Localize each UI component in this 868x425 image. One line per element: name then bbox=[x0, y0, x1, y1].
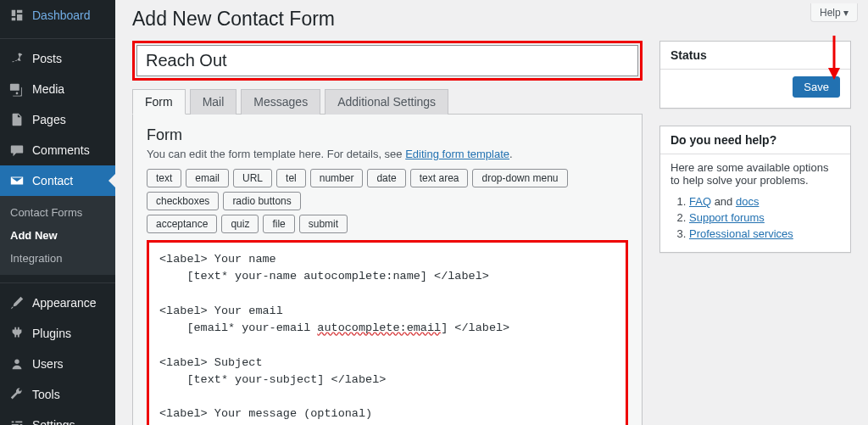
submenu-add-new[interactable]: Add New bbox=[0, 224, 115, 247]
envelope-icon bbox=[8, 172, 25, 189]
comment-icon bbox=[8, 142, 25, 159]
form-title-input[interactable] bbox=[136, 45, 638, 76]
menu-label: Appearance bbox=[32, 296, 97, 310]
menu-label: Comments bbox=[32, 143, 90, 157]
menu-media[interactable]: Media bbox=[0, 74, 115, 104]
menu-dashboard[interactable]: Dashboard bbox=[0, 0, 115, 31]
menu-label: Users bbox=[32, 357, 64, 371]
sliders-icon bbox=[8, 417, 25, 425]
support-forums-link[interactable]: Support forums bbox=[689, 211, 765, 224]
admin-sidebar: Dashboard Posts Media Pages Comments Con… bbox=[0, 0, 115, 425]
list-item: FAQ and docs bbox=[689, 193, 840, 210]
professional-services-link[interactable]: Professional services bbox=[689, 227, 793, 240]
submenu-integration[interactable]: Integration bbox=[0, 247, 115, 270]
faq-link[interactable]: FAQ bbox=[689, 195, 711, 208]
tab-additional-settings[interactable]: Additional Settings bbox=[325, 89, 448, 115]
help-tab: Help ▾ bbox=[810, 3, 858, 22]
title-input-highlight bbox=[132, 41, 643, 81]
tag-generator-button[interactable]: URL bbox=[233, 169, 272, 187]
menu-posts[interactable]: Posts bbox=[0, 43, 115, 74]
menu-plugins[interactable]: Plugins bbox=[0, 318, 115, 349]
tag-generator-button[interactable]: radio buttons bbox=[223, 192, 300, 210]
help-box-desc: Here are some available options to help … bbox=[670, 161, 840, 187]
list-item: Support forums bbox=[689, 210, 840, 226]
page-title: Add New Contact Form bbox=[132, 0, 851, 34]
plugin-icon bbox=[8, 325, 25, 342]
tab-messages[interactable]: Messages bbox=[241, 89, 320, 115]
help-box: Do you need help? Here are some availabl… bbox=[659, 126, 851, 253]
form-tab-panel: Form You can edit the form template here… bbox=[132, 115, 643, 425]
page-icon bbox=[8, 111, 25, 128]
text: and bbox=[711, 195, 736, 208]
user-icon bbox=[8, 355, 25, 372]
status-box: Status Save bbox=[659, 41, 851, 109]
desc-text: You can edit the form template here. For… bbox=[147, 148, 405, 160]
menu-label: Posts bbox=[32, 52, 62, 65]
menu-pages[interactable]: Pages bbox=[0, 104, 115, 135]
tag-generator-button[interactable]: number bbox=[310, 169, 364, 187]
help-button[interactable]: Help ▾ bbox=[810, 3, 858, 22]
form-panel-description: You can edit the form template here. For… bbox=[147, 148, 628, 160]
contact-submenu: Contact Forms Add New Integration bbox=[0, 196, 115, 275]
menu-separator bbox=[0, 35, 115, 39]
tag-generator-button[interactable]: checkboxes bbox=[147, 192, 219, 210]
tag-generator-button[interactable]: tel bbox=[276, 169, 306, 187]
form-template-editor[interactable]: <label> Your name [text* your-name autoc… bbox=[147, 240, 628, 425]
main-content: Help ▾ Add New Contact Form Form Mail Me… bbox=[115, 0, 868, 425]
menu-label: Tools bbox=[32, 388, 60, 401]
menu-label: Dashboard bbox=[32, 8, 91, 22]
dashboard-icon bbox=[8, 7, 25, 24]
tag-generator-row: textemailURLtelnumberdatetext areadrop-d… bbox=[147, 169, 628, 210]
menu-label: Plugins bbox=[32, 327, 71, 340]
menu-label: Pages bbox=[32, 113, 66, 126]
help-options-list: FAQ and docs Support forums Professional… bbox=[670, 193, 840, 242]
tab-mail[interactable]: Mail bbox=[190, 89, 237, 115]
tag-generator-button[interactable]: text area bbox=[410, 169, 469, 187]
tag-generator-row: acceptancequizfilesubmit bbox=[147, 215, 628, 233]
submenu-contact-forms[interactable]: Contact Forms bbox=[0, 201, 115, 224]
menu-appearance[interactable]: Appearance bbox=[0, 288, 115, 318]
tag-generator-button[interactable]: text bbox=[147, 169, 181, 187]
tag-generator-button[interactable]: drop-down menu bbox=[472, 169, 567, 187]
menu-contact[interactable]: Contact bbox=[0, 165, 115, 196]
tag-generator-button[interactable]: quiz bbox=[221, 215, 259, 233]
tab-form[interactable]: Form bbox=[132, 89, 186, 115]
help-box-title: Do you need help? bbox=[660, 126, 850, 154]
tab-nav: Form Mail Messages Additional Settings bbox=[132, 89, 643, 115]
menu-label: Media bbox=[32, 82, 64, 96]
wrench-icon bbox=[8, 386, 25, 403]
list-item: Professional services bbox=[689, 226, 840, 242]
menu-comments[interactable]: Comments bbox=[0, 135, 115, 165]
tag-generator-button[interactable]: submit bbox=[299, 215, 348, 233]
menu-tools[interactable]: Tools bbox=[0, 379, 115, 410]
status-box-title: Status bbox=[660, 42, 850, 69]
menu-users[interactable]: Users bbox=[0, 349, 115, 379]
svg-point-0 bbox=[14, 360, 19, 364]
media-icon bbox=[8, 81, 25, 98]
menu-label: Contact bbox=[32, 174, 73, 187]
pin-icon bbox=[8, 50, 25, 67]
tag-generator-button[interactable]: acceptance bbox=[147, 215, 217, 233]
menu-settings[interactable]: Settings bbox=[0, 410, 115, 425]
docs-link[interactable]: docs bbox=[736, 195, 759, 208]
save-button[interactable]: Save bbox=[793, 76, 840, 98]
form-panel-heading: Form bbox=[147, 126, 628, 144]
tag-generator-button[interactable]: email bbox=[186, 169, 229, 187]
brush-icon bbox=[8, 294, 25, 311]
editing-template-link[interactable]: Editing form template bbox=[405, 148, 509, 160]
tag-generator-button[interactable]: date bbox=[367, 169, 405, 187]
menu-separator bbox=[0, 279, 115, 283]
menu-label: Settings bbox=[32, 418, 75, 425]
tag-generator-button[interactable]: file bbox=[263, 215, 294, 233]
